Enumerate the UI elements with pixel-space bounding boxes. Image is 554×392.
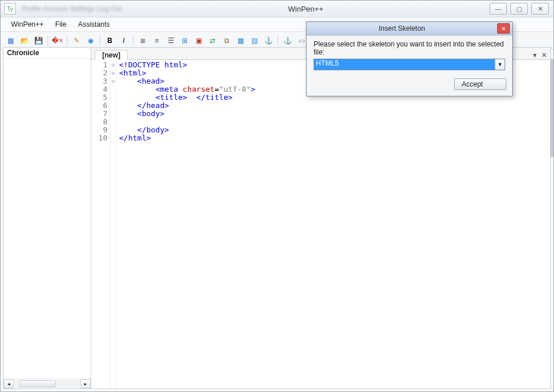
- code-line[interactable]: <body>: [119, 110, 548, 118]
- toolbar-separator: [133, 35, 134, 46]
- toolbar-separator: [48, 35, 48, 46]
- scroll-left-icon[interactable]: ◂: [3, 379, 14, 389]
- toolbar-separator: [100, 35, 100, 46]
- dialog-prompt: Please select the skeleton you want to i…: [314, 40, 505, 56]
- align-left-icon[interactable]: ≣: [136, 34, 149, 47]
- list-icon[interactable]: ☰: [164, 34, 177, 47]
- fold-marker[interactable]: ⊟: [110, 61, 116, 69]
- grid-icon[interactable]: ▤: [248, 34, 261, 47]
- line-number: 8: [91, 118, 107, 126]
- menu-assistants[interactable]: Assistants: [72, 19, 116, 30]
- save-file-icon[interactable]: 💾: [32, 34, 45, 47]
- sidebar-body[interactable]: [3, 59, 91, 379]
- skeleton-combobox[interactable]: HTML5 ▼: [314, 59, 505, 70]
- close-tab-icon[interactable]: �×: [51, 34, 64, 47]
- bold-icon[interactable]: B: [103, 34, 116, 47]
- image-icon[interactable]: ▣: [192, 34, 205, 47]
- sidebar-hscrollbar[interactable]: ◂ ▸: [3, 379, 91, 389]
- line-number: 7: [91, 110, 107, 118]
- window-title: WinPen++: [122, 5, 490, 13]
- main-area: Chronicle ◂ ▸ [new] ▾ ✕ 12345678910 ⊟⊟⊟: [3, 47, 551, 389]
- editor-pane: [new] ▾ ✕ 12345678910 ⊟⊟⊟ <!DOCTYPE html…: [91, 48, 551, 389]
- line-number: 1: [91, 61, 107, 69]
- edit-icon[interactable]: ✎: [70, 34, 83, 47]
- dialog-title: Insert Skeleton: [307, 24, 497, 33]
- menu-file[interactable]: File: [49, 19, 72, 30]
- tab-dropdown-icon[interactable]: ▾: [533, 51, 537, 59]
- accept-button[interactable]: Accept: [454, 78, 506, 90]
- line-number: 6: [91, 102, 107, 110]
- new-file-icon[interactable]: ▦: [4, 34, 17, 47]
- dialog-close-button[interactable]: ✕: [497, 23, 510, 34]
- insert-block-icon[interactable]: ⊞: [178, 34, 191, 47]
- align-center-icon[interactable]: ≡: [150, 34, 163, 47]
- insert-skeleton-dialog: Insert Skeleton ✕ Please select the skel…: [306, 21, 513, 96]
- fold-marker[interactable]: ⊟: [110, 69, 116, 77]
- fold-marker[interactable]: ⊟: [110, 77, 116, 85]
- maximize-button[interactable]: ▢: [510, 3, 528, 15]
- exchange-icon[interactable]: ⇄: [206, 34, 219, 47]
- line-number-gutter: 12345678910: [91, 60, 110, 389]
- fold-column[interactable]: ⊟⊟⊟: [110, 60, 117, 389]
- link-icon[interactable]: ⧉: [220, 34, 233, 47]
- code-area[interactable]: <!DOCTYPE html><html> <head> <meta chars…: [117, 60, 551, 389]
- window-vscroll-thumb[interactable]: [550, 59, 553, 157]
- tab-new[interactable]: [new]: [95, 50, 128, 60]
- scroll-track[interactable]: [14, 380, 80, 388]
- app-icon: Ty: [4, 3, 16, 15]
- minimize-button[interactable]: —: [490, 3, 507, 15]
- globe-icon[interactable]: ◉: [84, 34, 97, 47]
- line-number: 3: [91, 77, 107, 85]
- toolbar-separator: [67, 35, 67, 46]
- line-number: 9: [91, 126, 107, 134]
- scroll-right-icon[interactable]: ▸: [80, 379, 91, 389]
- titlebar-blur-text: Profile Account Settings Log Out: [21, 5, 122, 13]
- skeleton-selected-value[interactable]: HTML5: [314, 59, 495, 70]
- window-buttons: — ▢ ✕: [490, 3, 549, 15]
- code-line[interactable]: </head>: [119, 102, 548, 110]
- anchor-icon[interactable]: ⚓: [262, 34, 275, 47]
- toolbar-separator: [278, 35, 278, 46]
- dialog-titlebar[interactable]: Insert Skeleton ✕: [307, 22, 512, 35]
- open-file-icon[interactable]: 📂: [18, 34, 31, 47]
- line-number: 2: [91, 69, 107, 77]
- chevron-down-icon[interactable]: ▼: [495, 59, 505, 70]
- line-number: 10: [91, 134, 107, 142]
- close-window-button[interactable]: ✕: [531, 3, 549, 15]
- code-editor[interactable]: 12345678910 ⊟⊟⊟ <!DOCTYPE html><html> <h…: [91, 60, 551, 389]
- table-icon[interactable]: ▦: [234, 34, 247, 47]
- anchor2-icon[interactable]: ⚓: [281, 34, 294, 47]
- titlebar: Ty Profile Account Settings Log Out WinP…: [1, 1, 553, 17]
- sidebar-title: Chronicle: [3, 48, 91, 59]
- code-line[interactable]: </body>: [119, 126, 548, 134]
- code-line[interactable]: </html>: [119, 134, 548, 142]
- sidebar: Chronicle ◂ ▸: [3, 48, 91, 389]
- code-line[interactable]: [119, 118, 548, 126]
- scroll-thumb[interactable]: [20, 380, 56, 387]
- line-number: 4: [91, 85, 107, 93]
- main-window: Ty Profile Account Settings Log Out WinP…: [0, 0, 554, 392]
- tab-close-icon[interactable]: ✕: [541, 51, 547, 59]
- menu-winpen[interactable]: WinPen++: [5, 19, 49, 30]
- line-number: 5: [91, 93, 107, 102]
- italic-icon[interactable]: I: [117, 34, 130, 47]
